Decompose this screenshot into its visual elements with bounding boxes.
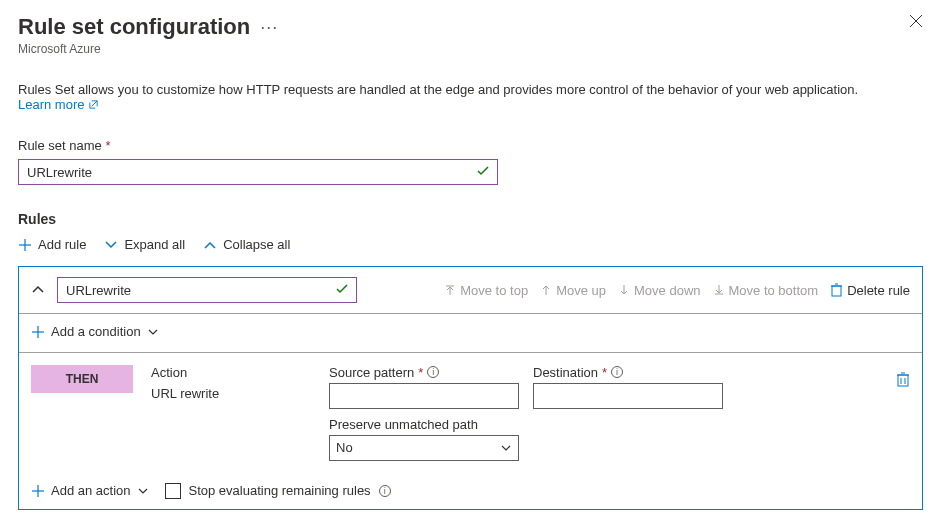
expand-all-button[interactable]: Expand all [104,237,185,252]
collapse-rule-button[interactable] [31,282,45,299]
move-down-button: Move down [618,283,700,298]
action-label: Action [151,365,311,380]
chevron-up-icon [31,282,45,296]
stop-evaluating-checkbox[interactable] [165,483,181,499]
trash-icon [830,283,843,297]
chevron-down-icon [500,442,512,457]
page-title: Rule set configuration [18,14,250,40]
trash-icon [896,371,910,387]
preserve-label: Preserve unmatched path [329,417,519,432]
arrow-up-icon [540,284,552,296]
rule-set-name-input[interactable] [18,159,498,185]
plus-icon [31,484,45,498]
action-value: URL rewrite [151,386,311,401]
add-condition-button[interactable]: Add a condition [31,324,159,339]
arrow-down-icon [618,284,630,296]
learn-more-link[interactable]: Learn more [18,97,99,112]
rule-set-name-label: Rule set name * [18,138,923,153]
source-pattern-label: Source pattern * i [329,365,519,380]
chevron-down-icon [137,485,149,497]
more-icon[interactable]: ··· [260,17,278,38]
info-icon[interactable]: i [611,366,623,378]
move-up-button: Move up [540,283,606,298]
page-subtitle: Microsoft Azure [18,42,278,56]
move-to-top-button: Move to top [444,283,528,298]
destination-label: Destination * i [533,365,723,380]
arrow-down-bottom-icon [713,284,725,296]
add-rule-button[interactable]: Add rule [18,237,86,252]
chevron-down-icon [104,238,118,252]
external-link-icon [88,99,99,110]
check-icon [335,282,349,299]
plus-icon [18,238,32,252]
stop-evaluating-label: Stop evaluating remaining rules [189,483,371,498]
arrow-up-top-icon [444,284,456,296]
info-icon[interactable]: i [379,485,391,497]
source-pattern-input[interactable] [329,383,519,409]
check-icon [476,164,490,181]
svg-rect-15 [898,375,908,386]
chevron-up-icon [203,238,217,252]
add-action-button[interactable]: Add an action [31,483,149,498]
move-to-bottom-button: Move to bottom [713,283,819,298]
delete-action-button[interactable] [896,371,910,390]
delete-rule-button[interactable]: Delete rule [830,283,910,298]
rule-name-input[interactable] [57,277,357,303]
then-badge: THEN [31,365,133,393]
destination-input[interactable] [533,383,723,409]
close-icon[interactable] [909,14,923,32]
preserve-select[interactable]: No [329,435,519,461]
info-icon[interactable]: i [427,366,439,378]
svg-rect-10 [832,286,841,296]
collapse-all-button[interactable]: Collapse all [203,237,290,252]
rules-heading: Rules [18,211,923,227]
plus-icon [31,325,45,339]
intro-text: Rules Set allows you to customize how HT… [18,82,858,97]
chevron-down-icon [147,326,159,338]
rule-container: Move to top Move up Move down Move to bo… [18,266,923,510]
